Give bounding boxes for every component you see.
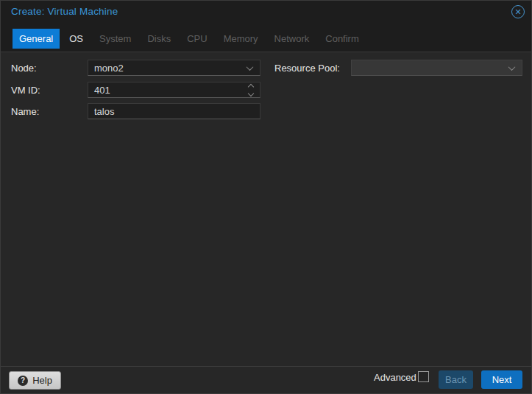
resource-pool-input[interactable]	[352, 60, 509, 75]
vmid-input[interactable]	[88, 82, 249, 97]
close-icon: ✕	[514, 7, 521, 16]
help-button-label: Help	[32, 375, 52, 386]
tab-network: Network	[268, 29, 316, 49]
spinner-buttons[interactable]	[249, 85, 253, 96]
dialog-footer: ? Help Advanced Back Next	[1, 366, 531, 393]
tab-confirm: Confirm	[319, 29, 366, 49]
chevron-down-icon[interactable]	[508, 63, 516, 71]
tab-system: System	[93, 29, 138, 49]
resource-pool-combobox[interactable]	[351, 60, 522, 76]
tab-os[interactable]: OS	[63, 29, 90, 49]
resource-pool-label: Resource Pool:	[274, 63, 340, 74]
node-combobox[interactable]	[88, 60, 260, 76]
name-label: Name:	[11, 106, 39, 117]
dialog-header: Create: Virtual Machine ✕ General OS Sys…	[1, 1, 531, 52]
create-vm-dialog: Create: Virtual Machine ✕ General OS Sys…	[0, 0, 532, 394]
chevron-up-icon[interactable]	[248, 83, 254, 89]
chevron-down-icon[interactable]	[248, 90, 254, 96]
chevron-down-icon[interactable]	[247, 63, 254, 71]
name-input[interactable]	[88, 104, 260, 119]
name-field[interactable]	[88, 103, 260, 119]
tab-disks: Disks	[141, 29, 177, 49]
advanced-label: Advanced	[374, 372, 416, 383]
tab-bar: General OS System Disks CPU Memory Netwo…	[13, 29, 366, 49]
tab-general[interactable]: General	[13, 29, 60, 49]
back-button[interactable]: Back	[439, 370, 473, 389]
help-icon: ?	[18, 376, 28, 386]
close-button[interactable]: ✕	[511, 5, 525, 18]
node-label: Node:	[11, 63, 37, 74]
tab-cpu: CPU	[180, 29, 213, 49]
node-input[interactable]	[88, 60, 247, 75]
help-button[interactable]: ? Help	[9, 371, 61, 390]
vmid-label: VM ID:	[11, 85, 40, 96]
tab-memory: Memory	[217, 29, 265, 49]
vmid-spinner[interactable]	[88, 82, 260, 98]
advanced-checkbox[interactable]	[418, 371, 429, 382]
next-button[interactable]: Next	[481, 370, 522, 389]
dialog-title: Create: Virtual Machine	[11, 6, 118, 17]
